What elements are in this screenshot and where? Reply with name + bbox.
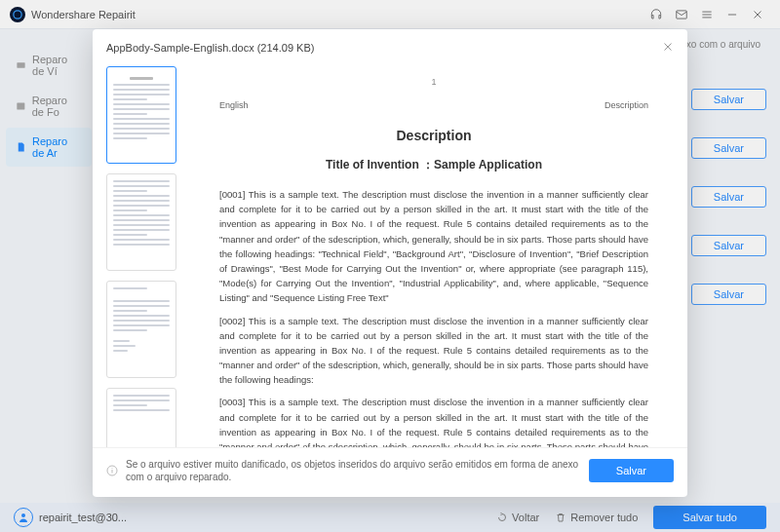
page-thumbnail[interactable]: [106, 281, 176, 378]
modal-title: AppBody-Sample-English.docx (214.09 KB): [106, 42, 314, 54]
modal-overlay: AppBody-Sample-English.docx (214.09 KB): [0, 0, 780, 532]
page-thumbnail[interactable]: [106, 173, 176, 271]
modal-footer: Se o arquivo estiver muito danificado, o…: [93, 447, 687, 497]
doc-paragraph: [0001] This is a sample text. The descri…: [219, 187, 648, 306]
meta-right: Description: [604, 99, 648, 113]
doc-heading2: Title of Invention ：Sample Application: [219, 156, 648, 173]
meta-row: English Description: [219, 99, 648, 113]
page-thumbnail[interactable]: [106, 66, 176, 164]
doc-paragraph: [0002] This is a sample text. The descri…: [219, 314, 648, 388]
thumbnail-panel[interactable]: [102, 66, 182, 447]
modal-save-button[interactable]: Salvar: [589, 459, 674, 482]
meta-left: English: [219, 99, 249, 113]
page-number: 1: [219, 76, 648, 90]
preview-modal: AppBody-Sample-English.docx (214.09 KB): [93, 29, 687, 497]
doc-paragraph: [0003] This is a sample text. The descri…: [219, 395, 648, 447]
document-preview[interactable]: 1 English Description Description Title …: [190, 66, 678, 447]
modal-header: AppBody-Sample-English.docx (214.09 KB): [93, 29, 687, 66]
info-icon: [106, 465, 118, 476]
modal-close-button[interactable]: [662, 39, 674, 57]
svg-point-15: [112, 468, 113, 469]
modal-warning: Se o arquivo estiver muito danificado, o…: [126, 458, 581, 483]
page-thumbnail[interactable]: [106, 388, 176, 447]
doc-heading1: Description: [219, 126, 648, 146]
